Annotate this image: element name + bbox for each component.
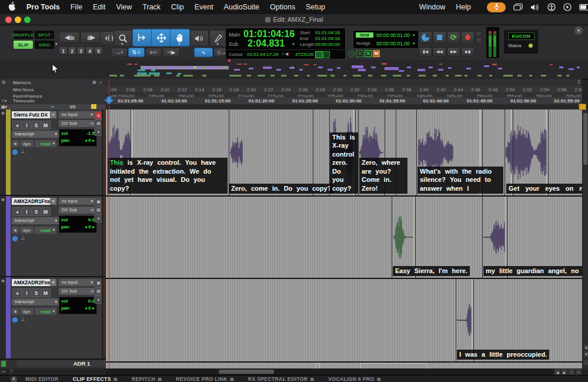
mode-slip-button[interactable]: SLIP [13, 40, 34, 49]
zoom-vertical-minus-button[interactable]: – [583, 359, 588, 366]
tab-repitch[interactable]: REPITCH ⊞ [132, 376, 162, 382]
timeline-insertion-status-icon[interactable]: ◷ [348, 50, 355, 57]
menu-window[interactable]: Window [414, 3, 450, 11]
menu-track[interactable]: Track [137, 3, 166, 11]
track-header-amxzadr2fns[interactable]: ◉AMXZADR2Fns▾●ISMtranscript▾∗dynread▾⊥no… [0, 277, 106, 360]
track-name-carat[interactable]: ▾ [50, 198, 56, 205]
mode-grid-button[interactable]: GRID [34, 40, 55, 49]
track-rec-button[interactable]: ● [12, 121, 22, 129]
pencil-tool-button[interactable]: ▾ [209, 30, 227, 46]
nudge-value[interactable]: 00:00:00:01.00 [376, 41, 410, 46]
zoom-preset-2[interactable]: 2 [68, 46, 76, 55]
mic-recording-indicator[interactable] [487, 2, 506, 12]
zoom-preset-1[interactable]: 1 [59, 46, 68, 55]
marker-list-icon[interactable]: ▤ [2, 80, 6, 85]
track-output-selector[interactable]: DX Sub⊲ [59, 120, 95, 127]
clock-column-icon[interactable]: ◔▾ [49, 105, 54, 109]
marker-column-icon[interactable] [91, 104, 96, 109]
track-voice-icon[interactable]: ⊥ [21, 148, 25, 154]
track-name-carat[interactable]: ▾ [50, 111, 56, 118]
waveform[interactable] [506, 125, 547, 180]
track-rec-button[interactable]: ● [12, 288, 22, 297]
horizontal-scrollbar[interactable]: ◀ ▶ – + [106, 368, 582, 375]
edit-content-area[interactable]: This is X-ray control. You have initiate… [106, 109, 582, 368]
track-vol-pan-display[interactable]: vol0.0pan◂ 0 ▸ [59, 215, 97, 233]
vertical-scrollbar[interactable]: ▲ ▼ – [582, 109, 588, 368]
sub-counter-carat[interactable]: ▾ [292, 42, 295, 46]
grid-value[interactable]: 00:00:00:01.00 [376, 32, 410, 38]
empty-clip-outline[interactable] [360, 363, 427, 368]
zoomer-tool-button[interactable]: ▾ [113, 30, 132, 46]
freeze-status-icon[interactable]: ∗ [356, 50, 363, 57]
menu-help[interactable]: Help [450, 3, 476, 11]
track-elastic-button[interactable]: ∗ [12, 140, 19, 147]
track-elastic-button[interactable]: ∗ [12, 308, 19, 315]
track-lane-2[interactable]: Easy Sierra, I'm here.my little guardian… [106, 195, 582, 278]
zoom-preset-5[interactable]: 5 [94, 46, 103, 55]
track-view-selector[interactable]: transcript▾ [12, 131, 59, 138]
marker-view-icon[interactable]: ▣ [92, 80, 96, 85]
track-timebase-icon[interactable] [12, 317, 18, 323]
timecode-ruler-menu-icon[interactable]: ≡▾ [2, 98, 7, 104]
track-input-button[interactable]: I [22, 121, 32, 129]
track-lane-1[interactable]: This is X-ray control. You have initiate… [106, 109, 582, 195]
smart-tool-grabber-button[interactable]: ▾ [170, 29, 190, 46]
playhead-line[interactable] [109, 79, 109, 368]
zoom-in-waveform-button[interactable]: ıłı▶ [81, 32, 102, 43]
menu-setup[interactable]: Setup [300, 3, 330, 11]
return-to-zero-button[interactable]: ▮◀ [419, 47, 432, 57]
empty-clip-outline[interactable] [316, 363, 320, 368]
track-mute-button[interactable]: M [41, 207, 51, 216]
mute-status-cell[interactable]: M [373, 50, 380, 57]
track-elastic-button[interactable]: ∗ [12, 227, 19, 234]
grid-mode-carat[interactable]: ▾ [55, 42, 58, 46]
tab-vocalign-6-pro[interactable]: VOCALIGN 6 PRO ⊞ [328, 376, 380, 382]
track-solo-button[interactable]: S [31, 121, 41, 129]
track-rec-button[interactable]: ● [12, 207, 22, 216]
track-automation-mode[interactable]: read▾ [35, 140, 56, 147]
zoom-out-waveform-button[interactable]: ◀ılıı [59, 32, 80, 43]
track-dyn-button[interactable]: dyn [20, 308, 34, 315]
grabber-tool-button[interactable] [151, 29, 171, 46]
apple-menu-icon[interactable] [0, 2, 21, 12]
track-collapse-icon[interactable]: ◉ [0, 111, 6, 115]
transport-expand-top-button[interactable] [476, 31, 482, 37]
go-to-end-button[interactable]: ▶▮ [461, 47, 475, 57]
ruler-collapse-icon[interactable]: ↥ [577, 79, 581, 85]
menu-clip[interactable]: Clip [166, 3, 189, 11]
menu-file[interactable]: File [65, 3, 88, 11]
record-button[interactable] [461, 31, 475, 44]
track-list-menu-icon[interactable]: ▦▾ [1, 105, 7, 109]
track-dyn-button[interactable]: dyn [20, 140, 34, 147]
track-collapse-icon[interactable]: ◉ [0, 278, 6, 283]
track-view-selector[interactable]: transcript▾ [12, 298, 59, 305]
fast-forward-button[interactable]: ▶▶ [447, 47, 460, 57]
zoom-preset-4[interactable]: 4 [85, 46, 94, 55]
track-dyn-button[interactable]: dyn [20, 227, 34, 234]
vertical-scroll-thumb[interactable] [583, 113, 587, 165]
zoom-preset-3[interactable]: 3 [76, 46, 85, 55]
track-name-carat[interactable]: ▾ [50, 279, 56, 286]
ruler-row-timecode[interactable]: 01:01:05:0001:01:10:0001:01:15:0001:01:2… [106, 97, 582, 104]
rewind-button[interactable]: ◀◀ [433, 47, 446, 57]
tab-rx-spectral-editor[interactable]: RX SPECTRAL EDITOR ⊞ [248, 376, 314, 382]
menu-edit[interactable]: Edit [88, 3, 111, 11]
menu-audiosuite[interactable]: AudioSuite [219, 3, 265, 11]
mode-spot-button[interactable]: SPOT [34, 30, 55, 39]
menu-view[interactable]: View [111, 3, 137, 11]
menu-options[interactable]: Options [265, 3, 300, 11]
tab-bar-collapse-icon[interactable]: ▼ [11, 376, 17, 382]
mission-control-icon[interactable] [513, 4, 523, 11]
sub-counter-value[interactable]: 2:04.831 [248, 38, 285, 49]
volume-icon[interactable] [530, 4, 540, 11]
track-name[interactable]: AMXZADR2Fns [12, 279, 51, 286]
track-vol-pan-display[interactable]: vol-1.5pan◂ 0 ▸ [59, 129, 97, 147]
selector-tool-button[interactable] [132, 29, 152, 46]
track-voice-icon[interactable]: ⊥ [21, 316, 25, 322]
timeline-badge-icon[interactable] [315, 51, 323, 58]
track-input-selector[interactable]: no input▾ [59, 279, 95, 286]
link-track-edit-button[interactable]: ≡⊹ [145, 48, 162, 57]
edit-badge-icon[interactable] [323, 51, 330, 58]
tab-revoice-pro-link[interactable]: REVOICE PRO LINK ⊞ [176, 376, 234, 382]
track-header-sierra-futz-dx[interactable]: ◉Sierra Futz DX▾●ISMtranscript▾∗dynread▾… [0, 109, 106, 196]
